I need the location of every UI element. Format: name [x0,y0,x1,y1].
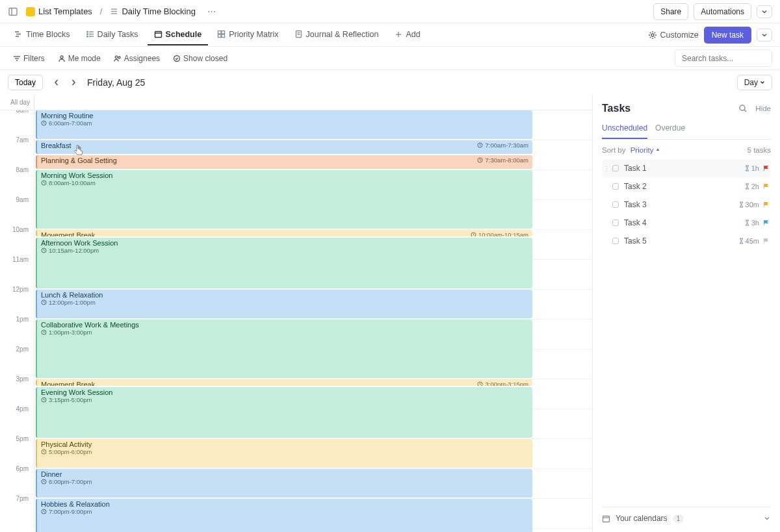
calendar-event[interactable]: Afternoon Work Session10:15am-12:00pm [36,238,532,288]
chevron-down-icon [760,80,765,85]
events-column[interactable]: Morning Routine6:00am-7:00amBreakfast7:0… [34,110,592,529]
check-circle-icon [173,55,181,62]
task-row[interactable]: ⋮⋮Task 330m [602,196,771,214]
svg-rect-5 [15,31,19,32]
folder-icon [26,7,35,16]
event-time: 10:00am-10:15am [471,231,528,236]
time-label: 12pm [12,286,29,293]
time-label: 8am [16,166,29,173]
calendar-event[interactable]: Movement Break3:00pm-3:15pm [36,379,532,386]
sort-by-label: Sort by [602,146,625,154]
calendar-event[interactable]: Lunch & Relaxation12:00pm-1:00pm [36,290,532,318]
task-name: Task 3 [624,200,738,209]
calendar-event[interactable]: Hobbies & Relaxation7:00pm-9:00pm [36,499,532,532]
calendar-event[interactable]: Collaborative Work & Meetings1:00pm-3:00… [36,320,532,378]
task-status-checkbox[interactable] [612,201,619,208]
task-status-checkbox[interactable] [612,238,619,244]
tab-add[interactable]: Add [387,25,426,45]
time-label: 7am [16,136,29,144]
drag-handle-icon[interactable]: ⋮⋮ [603,165,610,172]
show-closed-button[interactable]: Show closed [168,51,233,66]
task-status-checkbox[interactable] [612,220,619,226]
today-button[interactable]: Today [8,75,43,90]
tab-overdue[interactable]: Overdue [655,123,685,139]
priority-flag-icon [763,201,770,208]
event-time: 7:00am-7:30am [477,142,528,149]
calendar-event[interactable]: Movement Break10:00am-10:15am [36,230,532,236]
matrix-icon [217,30,226,38]
breadcrumb-parent[interactable]: List Templates [23,5,95,18]
your-calendars-label[interactable]: Your calendars [616,514,668,523]
sort-field-button[interactable]: Priority [630,146,661,154]
hide-button[interactable]: Hide [755,105,771,112]
task-row[interactable]: ⋮⋮Task 11h [602,159,771,177]
filter-icon [13,55,21,62]
panel-toggle-icon[interactable] [8,6,18,17]
calendar-event[interactable]: Planning & Goal Setting7:30am-8:00am [36,155,532,169]
svg-rect-18 [218,34,222,38]
svg-point-30 [115,56,118,58]
task-row[interactable]: ⋮⋮Task 545m [602,232,771,250]
priority-flag-icon [763,238,770,244]
event-time: 8:00am-10:00am [41,179,528,186]
sidebar-title: Tasks [602,103,630,114]
next-day-button[interactable] [66,76,81,89]
task-name: Task 2 [624,182,744,191]
people-icon [114,55,122,62]
task-row[interactable]: ⋮⋮Task 43h [602,214,771,232]
tab-schedule[interactable]: Schedule [148,25,209,45]
more-icon[interactable]: ⋯ [203,5,220,18]
task-duration: 30m [738,201,759,209]
header-chevron-icon[interactable] [757,5,772,18]
priority-flag-icon [763,183,770,190]
tab-priority-matrix[interactable]: Priority Matrix [211,25,285,45]
calendar-event[interactable]: Morning Work Session8:00am-10:00am [36,170,532,229]
calendar-event[interactable]: Evening Work Session3:15pm-5:00pm [36,387,532,438]
calendar-event[interactable]: Breakfast7:00am-7:30am [36,140,532,154]
tab-daily-tasks[interactable]: Daily Tasks [79,25,145,45]
chevron-down-icon[interactable] [763,514,771,522]
time-label: 2pm [16,346,29,353]
task-status-checkbox[interactable] [612,183,619,190]
customize-button[interactable]: Customize [648,31,699,40]
event-title: Collaborative Work & Meetings [41,321,528,329]
view-range-select[interactable]: Day [737,75,772,90]
person-icon [58,55,66,62]
tasks-sidebar: Tasks Hide Unscheduled Overdue Sort by P… [593,95,780,532]
calendar-event[interactable]: Physical Activity5:00pm-6:00pm [36,439,532,468]
filters-button[interactable]: Filters [8,51,50,66]
event-time: 10:15am-12:00pm [41,247,528,254]
event-time: 3:00pm-3:15pm [477,381,528,386]
breadcrumb-current[interactable]: Daily Time Blocking [107,5,198,18]
tab-journal[interactable]: Journal & Reflection [288,25,385,45]
calendar-event[interactable]: Dinner6:00pm-7:00pm [36,469,532,498]
automations-button[interactable]: Automations [694,3,751,20]
me-mode-button[interactable]: Me mode [53,51,106,66]
task-status-checkbox[interactable] [612,165,619,171]
event-time: 5:00pm-6:00pm [41,448,528,455]
assignees-button[interactable]: Assignees [109,51,165,66]
prev-day-button[interactable] [49,76,64,89]
task-duration: 1h [744,164,759,172]
event-title: Movement Break [41,231,528,236]
allday-label: All day [0,95,34,110]
share-button[interactable]: Share [653,3,688,20]
svg-line-47 [744,110,746,112]
time-label: 4pm [16,405,29,412]
tab-time-blocks[interactable]: Time Blocks [8,25,77,45]
svg-rect-17 [222,31,225,34]
search-icon[interactable] [738,104,748,113]
time-label: 3pm [16,375,29,383]
task-row[interactable]: ⋮⋮Task 22h [602,177,771,196]
calendar-event[interactable]: Morning Routine6:00am-7:00am [36,110,532,139]
search-input[interactable] [682,54,765,63]
doc-icon [294,30,303,38]
tab-unscheduled[interactable]: Unscheduled [602,123,647,139]
event-time: 1:00pm-3:00pm [41,329,528,336]
allday-cell[interactable] [34,95,592,110]
new-task-button[interactable]: New task [704,27,751,44]
new-task-chevron-icon[interactable] [757,29,772,42]
settings-icon [648,31,657,40]
task-name: Task 5 [624,236,738,246]
search-box[interactable] [675,49,772,67]
